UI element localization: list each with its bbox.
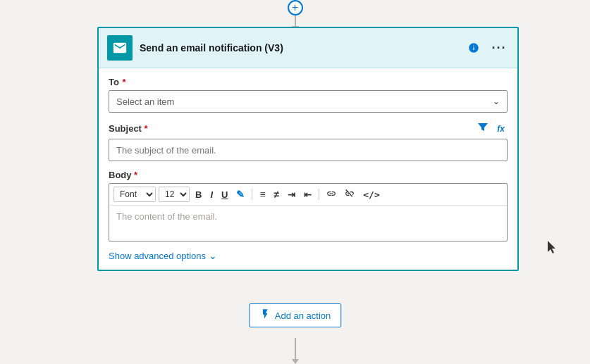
ellipsis-icon: ···: [491, 41, 506, 56]
subject-label: Subject *: [109, 123, 470, 134]
info-icon: [468, 42, 479, 54]
unordered-list-button[interactable]: ≡: [257, 187, 268, 201]
card-header-actions: ···: [464, 38, 509, 58]
to-dropdown[interactable]: Select an item ⌄: [109, 90, 508, 113]
editor-toolbar: Font 12 B I U ✎ ≡ ≠: [109, 184, 507, 206]
subject-field-group: Subject * fx: [109, 121, 508, 161]
body-label: Body *: [109, 170, 508, 180]
indent-decrease-icon: ⇥: [288, 189, 295, 200]
body-editor-content[interactable]: The content of the email.: [109, 206, 507, 241]
body-required-marker: *: [132, 170, 138, 180]
fx-icon: fx: [497, 124, 505, 134]
add-action-icon: [259, 308, 271, 322]
add-action-section: Add an action: [249, 303, 342, 327]
connector-line-top: [295, 15, 296, 27]
unordered-list-icon: ≡: [259, 189, 265, 200]
unlink-button[interactable]: [342, 187, 357, 202]
rich-editor: Font 12 B I U ✎ ≡ ≠: [109, 183, 508, 241]
font-select[interactable]: Font: [113, 187, 156, 202]
more-options-button[interactable]: ···: [489, 38, 509, 58]
to-placeholder: Select an item: [116, 96, 174, 107]
connector-bottom: [292, 338, 299, 364]
highlight-button[interactable]: ✎: [233, 187, 247, 201]
indent-increase-icon: ⇤: [304, 189, 312, 200]
add-step-button[interactable]: +: [288, 0, 303, 15]
action-card: Send an email notification (V3) ··· To *: [97, 27, 519, 271]
subject-required-marker: *: [142, 123, 148, 134]
body-field-group: Body * Font 12 B I U ✎: [109, 170, 508, 241]
unlink-icon: [345, 189, 355, 199]
indent-increase-button[interactable]: ⇤: [301, 188, 314, 201]
italic-button[interactable]: I: [207, 188, 216, 201]
indent-decrease-button[interactable]: ⇥: [285, 188, 298, 201]
email-icon: [112, 40, 128, 56]
chevron-down-icon-advanced: ⌄: [209, 250, 217, 261]
bold-button[interactable]: B: [192, 188, 204, 201]
link-icon: [326, 189, 336, 199]
subject-icons: fx: [474, 121, 508, 136]
add-action-button[interactable]: Add an action: [249, 303, 342, 327]
cursor: [548, 241, 556, 253]
filter-icon: [477, 123, 488, 132]
arrow-down-icon: [292, 359, 299, 364]
to-label: To *: [109, 77, 508, 87]
toolbar-divider-1: [252, 189, 252, 200]
lightning-icon: [259, 308, 271, 320]
subject-row: Subject * fx: [109, 121, 508, 136]
info-button[interactable]: [464, 38, 484, 58]
code-button[interactable]: </>: [360, 188, 382, 201]
email-icon-box: [107, 35, 133, 61]
subject-input[interactable]: [109, 139, 508, 161]
font-size-select[interactable]: 12: [159, 187, 190, 202]
underline-button[interactable]: U: [219, 188, 231, 201]
card-header: Send an email notification (V3) ···: [99, 28, 517, 68]
toolbar-divider-2: [319, 189, 319, 200]
chevron-down-icon: ⌄: [493, 96, 500, 106]
advanced-options-section: Show advanced options ⌄: [109, 250, 508, 261]
connector-line-bottom: [295, 338, 296, 359]
card-title: Send an email notification (V3): [140, 42, 457, 54]
show-advanced-options-button[interactable]: Show advanced options ⌄: [109, 250, 217, 261]
body-placeholder: The content of the email.: [116, 211, 217, 222]
card-body: To * Select an item ⌄ Subject *: [99, 68, 517, 270]
filter-icon-button[interactable]: [474, 121, 491, 136]
add-action-label: Add an action: [275, 310, 331, 321]
link-button[interactable]: [324, 187, 339, 202]
to-field-group: To * Select an item ⌄: [109, 77, 508, 113]
to-required-marker: *: [120, 77, 126, 87]
ordered-list-button[interactable]: ≠: [271, 187, 283, 201]
advanced-options-label: Show advanced options: [109, 251, 206, 261]
ordered-list-icon: ≠: [274, 189, 280, 200]
expression-button[interactable]: fx: [494, 121, 508, 136]
